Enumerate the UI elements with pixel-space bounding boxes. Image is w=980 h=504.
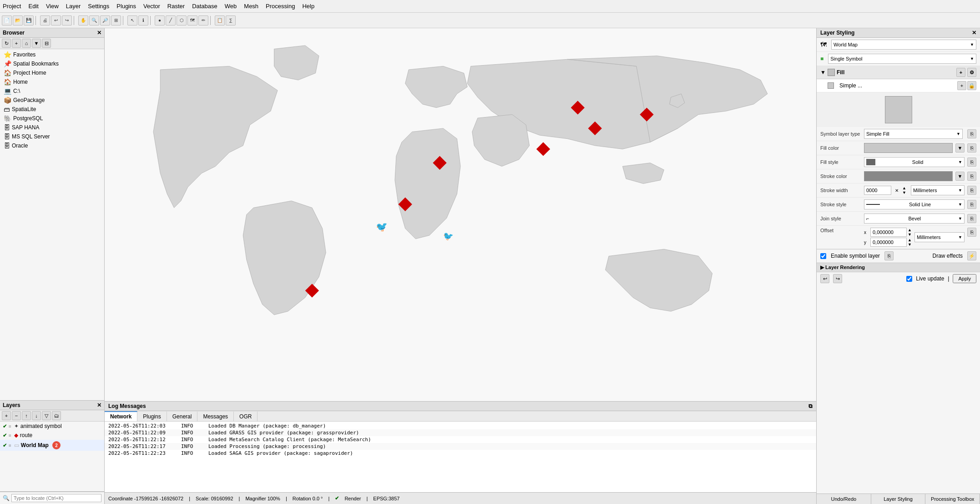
- apply-btn[interactable]: Apply: [953, 274, 976, 283]
- menu-view[interactable]: View: [46, 3, 59, 10]
- log-tab-network[interactable]: Network: [105, 411, 137, 421]
- fill-settings-btn[interactable]: ⚙: [967, 68, 976, 77]
- offset-y-up-btn[interactable]: ▲: [908, 238, 912, 242]
- menu-vector[interactable]: Vector: [143, 3, 160, 10]
- join-style-copy-btn[interactable]: ⎘: [967, 214, 976, 223]
- layers-filter-btn[interactable]: ▽: [42, 411, 51, 420]
- stroke-width-up-btn[interactable]: ▲: [902, 186, 906, 190]
- zoom-in-btn[interactable]: 🔍: [89, 15, 99, 25]
- fill-add-btn[interactable]: +: [956, 68, 965, 77]
- menu-project[interactable]: Project: [3, 3, 21, 10]
- browser-item-sap-hana[interactable]: 🗄 SAP HANA: [0, 123, 104, 132]
- fill-expand-icon[interactable]: ▼: [820, 69, 826, 76]
- simple-fill-add-btn[interactable]: +: [957, 81, 966, 90]
- digitize-btn[interactable]: ✏: [198, 15, 208, 25]
- layer-item-animated-symbol[interactable]: ✔ ≡ ✦ animated symbol: [0, 422, 104, 431]
- menu-raster[interactable]: Raster: [167, 3, 185, 10]
- log-tab-ogr[interactable]: OGR: [234, 411, 258, 421]
- layer-check-world-map[interactable]: ✔: [3, 443, 7, 448]
- search-input[interactable]: [11, 494, 101, 502]
- offset-x-input[interactable]: [870, 228, 907, 237]
- tab-undo-redo[interactable]: Undo/Redo: [817, 494, 871, 504]
- field-calc-btn[interactable]: ∑: [226, 15, 236, 25]
- layer-rendering-header[interactable]: ▶ Layer Rendering: [817, 263, 980, 272]
- open-project-btn[interactable]: 📂: [13, 15, 23, 25]
- layers-group-btn[interactable]: 🗂: [52, 411, 61, 420]
- layers-up-btn[interactable]: ↑: [22, 411, 31, 420]
- browser-item-spatialite[interactable]: 🗃 SpatiaLite: [0, 105, 104, 114]
- layer-check-animated[interactable]: ✔: [3, 423, 7, 429]
- fill-style-copy-btn[interactable]: ⎘: [967, 158, 976, 167]
- status-render-check[interactable]: ✔: [335, 495, 339, 501]
- browser-collapse-btn[interactable]: ✕: [97, 30, 101, 36]
- layers-collapse-btn[interactable]: ✕: [97, 402, 101, 408]
- join-style-combo[interactable]: ⌐ Bevel ▼: [864, 214, 965, 224]
- tab-processing-toolbox[interactable]: Processing Toolbox: [925, 494, 980, 504]
- draw-effects-btn[interactable]: ⚡: [967, 251, 976, 260]
- layers-remove-btn[interactable]: −: [12, 411, 21, 420]
- layer-selector-combo[interactable]: World Map ▼: [831, 40, 976, 50]
- browser-item-mssql[interactable]: 🗄 MS SQL Server: [0, 132, 104, 141]
- symbol-layer-type-combo[interactable]: Simple Fill ▼: [864, 129, 963, 139]
- log-tab-plugins[interactable]: Plugins: [137, 411, 167, 421]
- browser-item-home[interactable]: 🏠 Home: [0, 77, 104, 87]
- menu-database[interactable]: Database: [192, 3, 217, 10]
- menu-layer[interactable]: Layer: [66, 3, 81, 10]
- print-layout-btn[interactable]: 🖨: [40, 15, 50, 25]
- offset-y-input[interactable]: [870, 238, 907, 247]
- zoom-out-btn[interactable]: 🔎: [100, 15, 110, 25]
- browser-add-btn[interactable]: +: [12, 39, 21, 48]
- browser-filter-btn[interactable]: ▼: [32, 39, 41, 48]
- browser-item-oracle[interactable]: 🗄 Oracle: [0, 141, 104, 150]
- symbol-type-combo[interactable]: Single Symbol ▼: [828, 54, 976, 64]
- log-tab-general[interactable]: General: [167, 411, 198, 421]
- identify-btn[interactable]: ℹ: [138, 15, 148, 25]
- browser-collapse-all-btn[interactable]: ⊟: [42, 39, 51, 48]
- stroke-width-input[interactable]: [864, 186, 891, 195]
- add-line-layer-btn[interactable]: ╱: [166, 15, 176, 25]
- offset-unit-combo[interactable]: Millimeters ▼: [914, 232, 965, 242]
- browser-item-geopackage[interactable]: 📦 GeoPackage: [0, 96, 104, 105]
- stroke-width-copy-btn[interactable]: ⎘: [967, 186, 976, 195]
- select-features-btn[interactable]: ↖: [127, 15, 137, 25]
- add-raster-btn[interactable]: 🗺: [187, 15, 197, 25]
- attribute-table-btn[interactable]: 📋: [215, 15, 225, 25]
- log-tab-messages[interactable]: Messages: [197, 411, 234, 421]
- menu-help[interactable]: Help: [302, 3, 314, 10]
- map-canvas[interactable]: 🐦 🐦: [105, 28, 816, 401]
- stroke-width-down-btn[interactable]: ▼: [902, 190, 906, 195]
- fill-color-swatch[interactable]: [864, 143, 953, 153]
- offset-x-up-btn[interactable]: ▲: [908, 228, 912, 232]
- stroke-color-swatch[interactable]: [864, 171, 953, 181]
- browser-item-postgresql[interactable]: 🐘 PostgreSQL: [0, 114, 104, 123]
- browser-item-spatial-bookmarks[interactable]: 📌 Spatial Bookmarks: [0, 59, 104, 68]
- enable-symbol-copy-btn[interactable]: ⎘: [884, 251, 894, 260]
- layers-add-btn[interactable]: +: [2, 411, 11, 420]
- simple-fill-row[interactable]: Simple ... + 🔒: [817, 79, 980, 92]
- browser-item-favorites[interactable]: ⭐ Favorites: [0, 50, 104, 59]
- menu-settings[interactable]: Settings: [88, 3, 109, 10]
- menu-web[interactable]: Web: [225, 3, 237, 10]
- fill-color-copy-btn[interactable]: ⎘: [967, 143, 976, 153]
- pan-map-btn[interactable]: ✋: [78, 15, 88, 25]
- undo-btn[interactable]: ↩: [51, 15, 61, 25]
- enable-symbol-checkbox[interactable]: [820, 253, 826, 259]
- redo-btn[interactable]: ↪: [62, 15, 72, 25]
- undo-style-btn[interactable]: ↩: [820, 274, 829, 283]
- browser-item-c-drive[interactable]: 💻 C:\: [0, 87, 104, 96]
- add-polygon-layer-btn[interactable]: ⬡: [177, 15, 187, 25]
- offset-y-down-btn[interactable]: ▼: [908, 242, 912, 247]
- browser-item-project-home[interactable]: 🏠 Project Home: [0, 68, 104, 77]
- menu-mesh[interactable]: Mesh: [244, 3, 258, 10]
- menu-processing[interactable]: Processing: [266, 3, 295, 10]
- stroke-width-unit-combo[interactable]: Millimeters ▼: [911, 185, 965, 195]
- layer-check-route[interactable]: ✔: [3, 433, 7, 438]
- layer-item-world-map[interactable]: ✔ ≡ ▭ World Map 2: [0, 440, 104, 451]
- stroke-color-copy-btn[interactable]: ⎘: [967, 172, 976, 181]
- offset-copy-btn[interactable]: ⎘: [967, 228, 976, 237]
- new-project-btn[interactable]: 📄: [2, 15, 12, 25]
- stroke-style-copy-btn[interactable]: ⎘: [967, 200, 976, 209]
- layers-down-btn[interactable]: ↓: [32, 411, 41, 420]
- save-project-btn[interactable]: 💾: [24, 15, 34, 25]
- menu-edit[interactable]: Edit: [28, 3, 38, 10]
